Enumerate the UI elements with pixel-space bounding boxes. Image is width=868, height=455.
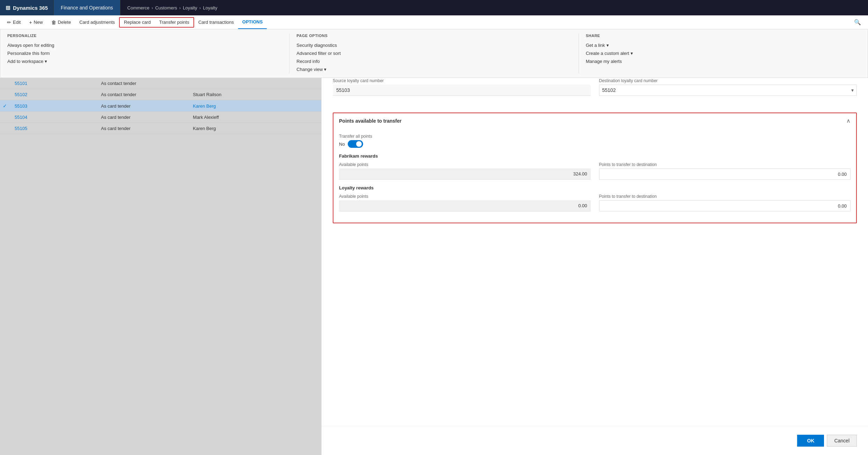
table-container: ✓ Card number ↑ Card type Customer name xyxy=(0,55,321,455)
card-number-link[interactable]: 55102 xyxy=(15,92,27,97)
always-open-item[interactable]: Always open for editing xyxy=(7,41,282,49)
add-to-workspace-item[interactable]: Add to workspace ▾ xyxy=(7,57,282,65)
page-options-section: PAGE OPTIONS Security diagnostics Advanc… xyxy=(289,34,579,73)
loyalty-group: Loyalty rewards Available points 0.00 Po… xyxy=(339,185,851,211)
create-alert-item[interactable]: Create a custom alert ▾ xyxy=(586,49,861,57)
card-number-cell: 55101 xyxy=(10,78,97,89)
manage-alerts-item[interactable]: Manage my alerts xyxy=(586,57,861,65)
personalize-title: PERSONALIZE xyxy=(7,34,282,38)
cancel-button[interactable]: Cancel xyxy=(827,435,857,447)
destination-card-label: Destination loyalty card number xyxy=(599,78,857,83)
loyalty-available-label: Available points xyxy=(339,194,591,199)
card-number-link[interactable]: 55105 xyxy=(15,126,27,131)
table-row[interactable]: 55102As contact tenderStuart Railson xyxy=(0,89,321,100)
record-info-item[interactable]: Record info xyxy=(296,57,571,65)
card-number-cell: 55103 xyxy=(10,100,97,112)
row-check xyxy=(0,123,10,134)
advanced-filter-item[interactable]: Advanced filter or sort xyxy=(296,49,571,57)
toggle-no-text: No xyxy=(339,142,345,147)
page-options-title: PAGE OPTIONS xyxy=(296,34,571,38)
table-row[interactable]: ✓55103As card tenderKaren Berg xyxy=(0,100,321,112)
customer-name-cell xyxy=(189,78,321,89)
row-check xyxy=(0,112,10,123)
cards-form-row: Source loyalty card number Destination l… xyxy=(333,78,857,96)
security-diagnostics-item[interactable]: Security diagnostics xyxy=(296,41,571,49)
action-bar: ✏ Edit + New 🗑 Delete Card adjustments R… xyxy=(0,15,868,29)
transfer-all-label: Transfer all points xyxy=(339,134,851,139)
share-title: SHARE xyxy=(586,34,861,38)
card-number-link[interactable]: 55103 xyxy=(15,103,27,109)
destination-card-select[interactable]: 55102 ▾ xyxy=(599,85,857,96)
options-menu: PERSONALIZE Always open for editing Pers… xyxy=(0,29,868,78)
customer-name-cell: Mark Alexieff xyxy=(189,112,321,123)
breadcrumb-customers[interactable]: Customers xyxy=(155,5,177,10)
brand-logo: ⊞ Dynamics 365 xyxy=(0,0,54,15)
row-check: ✓ xyxy=(0,100,10,112)
table-row[interactable]: 55105As card tenderKaren Berg xyxy=(0,123,321,134)
breadcrumb-commerce[interactable]: Commerce xyxy=(127,5,150,10)
card-type-cell: As card tender xyxy=(97,112,189,123)
personalize-form-item[interactable]: Personalize this form xyxy=(7,49,282,57)
card-number-cell: 55104 xyxy=(10,112,97,123)
source-card-input[interactable] xyxy=(333,85,591,96)
customer-name-cell: Karen Berg xyxy=(189,100,321,112)
fabrikam-transfer-label: Points to transfer to destination xyxy=(599,162,851,167)
left-panel: LOYALTY CARDS 🔍 ✓ Card number ↑ xyxy=(0,29,321,455)
edit-button[interactable]: ✏ Edit xyxy=(3,15,25,29)
transfer-all-toggle[interactable] xyxy=(348,140,363,148)
search-icon: 🔍 xyxy=(854,19,861,25)
fabrikam-row: Available points 324.00 Points to transf… xyxy=(339,162,851,180)
transfer-all-group: Transfer all points No xyxy=(339,134,851,148)
loyalty-transfer-label: Points to transfer to destination xyxy=(599,194,851,199)
new-button[interactable]: + New xyxy=(25,15,47,29)
table-row[interactable]: 55101As contact tender xyxy=(0,78,321,89)
dialog-footer: OK Cancel xyxy=(322,426,868,455)
customer-name-link[interactable]: Karen Berg xyxy=(193,103,216,109)
breadcrumb: Commerce › Customers › Loyalty › Loyalty xyxy=(120,0,868,15)
search-button[interactable]: 🔍 xyxy=(850,19,865,26)
waffle-icon: ⊞ xyxy=(6,5,10,11)
card-number-link[interactable]: 55104 xyxy=(15,115,27,120)
top-bar: ⊞ Dynamics 365 Finance and Operations Co… xyxy=(0,0,868,15)
right-panel: Transfer points ? Cards ∧ Source loyalty… xyxy=(321,29,868,455)
destination-card-value: 55102 xyxy=(602,87,616,93)
points-section-header[interactable]: Points available to transfer ∧ xyxy=(333,113,856,128)
personalize-section: PERSONALIZE Always open for editing Pers… xyxy=(0,34,289,73)
table-row[interactable]: 55104As card tenderMark Alexieff xyxy=(0,112,321,123)
ok-button[interactable]: OK xyxy=(797,435,824,447)
destination-card-arrow: ▾ xyxy=(851,87,854,93)
loyalty-transfer-input[interactable] xyxy=(599,200,851,211)
breadcrumb-loyalty-2[interactable]: Loyalty xyxy=(203,5,217,10)
get-link-item[interactable]: Get a link ▾ xyxy=(586,41,861,49)
card-number-link[interactable]: 55101 xyxy=(15,81,27,86)
options-button[interactable]: OPTIONS xyxy=(238,15,267,29)
fabrikam-available-group: Available points 324.00 xyxy=(339,162,591,180)
edit-icon: ✏ xyxy=(7,20,11,25)
fabrikam-transfer-input[interactable] xyxy=(599,168,851,180)
row-check xyxy=(0,78,10,89)
delete-button[interactable]: 🗑 Delete xyxy=(47,15,75,29)
card-adjustments-button[interactable]: Card adjustments xyxy=(75,15,119,29)
customer-name-cell: Stuart Railson xyxy=(189,89,321,100)
module-title: Finance and Operations xyxy=(54,0,120,15)
card-number-cell: 55102 xyxy=(10,89,97,100)
fabrikam-available-value: 324.00 xyxy=(339,168,591,180)
points-section-title: Points available to transfer xyxy=(339,118,402,124)
breadcrumb-loyalty[interactable]: Loyalty xyxy=(183,5,197,10)
card-transactions-button[interactable]: Card transactions xyxy=(194,15,238,29)
fabrikam-transfer-group: Points to transfer to destination xyxy=(599,162,851,180)
main-layout: LOYALTY CARDS 🔍 ✓ Card number ↑ xyxy=(0,29,868,455)
source-card-label: Source loyalty card number xyxy=(333,78,591,83)
card-number-cell: 55105 xyxy=(10,123,97,134)
points-section-body: Transfer all points No Fabrikam rewards xyxy=(333,128,856,223)
transfer-points-button[interactable]: Transfer points xyxy=(155,18,193,27)
share-section: SHARE Get a link ▾ Create a custom alert… xyxy=(579,34,868,73)
fabrikam-group: Fabrikam rewards Available points 324.00… xyxy=(339,153,851,180)
dialog-content: Cards ∧ Source loyalty card number Desti… xyxy=(322,52,868,426)
replace-card-button[interactable]: Replace card xyxy=(120,18,155,27)
fabrikam-title: Fabrikam rewards xyxy=(339,153,851,159)
change-view-item[interactable]: Change view ▾ xyxy=(296,65,571,73)
customer-name-cell: Karen Berg xyxy=(189,123,321,134)
delete-icon: 🗑 xyxy=(51,20,56,25)
points-section: Points available to transfer ∧ Transfer … xyxy=(333,113,857,223)
